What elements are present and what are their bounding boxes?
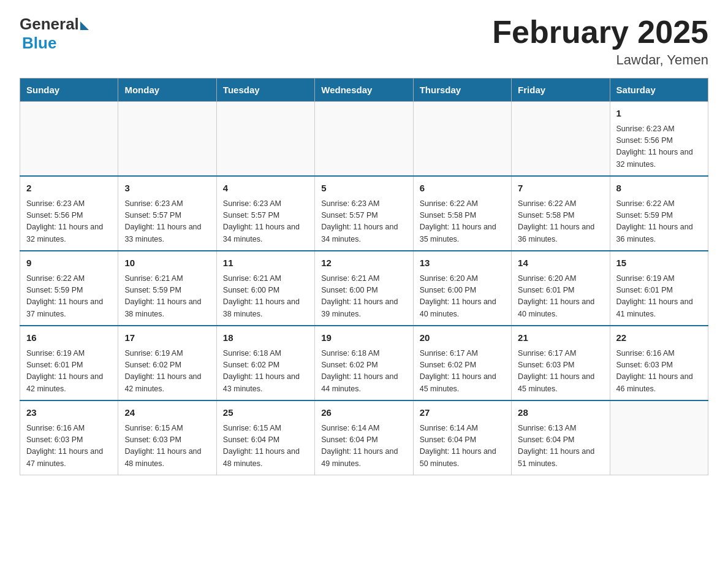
calendar-day-cell: 12Sunrise: 6:21 AM Sunset: 6:00 PM Dayli… — [315, 251, 413, 326]
header-sunday: Sunday — [20, 79, 118, 102]
day-info: Sunrise: 6:23 AM Sunset: 5:56 PM Dayligh… — [616, 123, 702, 171]
day-number: 13 — [420, 256, 505, 270]
day-info: Sunrise: 6:19 AM Sunset: 6:01 PM Dayligh… — [616, 273, 702, 321]
day-number: 8 — [616, 182, 702, 196]
day-info: Sunrise: 6:23 AM Sunset: 5:57 PM Dayligh… — [321, 198, 406, 246]
calendar-day-cell — [610, 400, 708, 475]
day-info: Sunrise: 6:19 AM Sunset: 6:02 PM Dayligh… — [124, 348, 210, 396]
day-info: Sunrise: 6:20 AM Sunset: 6:01 PM Dayligh… — [518, 273, 603, 321]
day-info: Sunrise: 6:23 AM Sunset: 5:56 PM Dayligh… — [26, 198, 112, 246]
calendar-day-cell — [118, 102, 216, 177]
logo-general-text: General — [20, 15, 79, 34]
day-info: Sunrise: 6:18 AM Sunset: 6:02 PM Dayligh… — [321, 348, 406, 396]
calendar-day-cell — [20, 102, 118, 177]
day-info: Sunrise: 6:22 AM Sunset: 5:58 PM Dayligh… — [420, 198, 505, 246]
logo-blue-text: Blue — [22, 34, 56, 53]
calendar-day-cell — [413, 102, 511, 177]
header-tuesday: Tuesday — [216, 79, 314, 102]
calendar-day-cell: 23Sunrise: 6:16 AM Sunset: 6:03 PM Dayli… — [20, 400, 118, 475]
day-number: 22 — [616, 331, 702, 345]
day-number: 9 — [26, 256, 112, 270]
calendar-day-cell: 17Sunrise: 6:19 AM Sunset: 6:02 PM Dayli… — [118, 326, 216, 400]
calendar-day-cell: 11Sunrise: 6:21 AM Sunset: 6:00 PM Dayli… — [216, 251, 314, 326]
day-number: 10 — [124, 256, 210, 270]
day-info: Sunrise: 6:22 AM Sunset: 5:58 PM Dayligh… — [518, 198, 603, 246]
day-info: Sunrise: 6:21 AM Sunset: 6:00 PM Dayligh… — [321, 273, 406, 321]
calendar-week-row: 16Sunrise: 6:19 AM Sunset: 6:01 PM Dayli… — [20, 326, 708, 400]
day-info: Sunrise: 6:22 AM Sunset: 5:59 PM Dayligh… — [616, 198, 702, 246]
day-info: Sunrise: 6:15 AM Sunset: 6:03 PM Dayligh… — [124, 423, 210, 470]
day-info: Sunrise: 6:21 AM Sunset: 5:59 PM Dayligh… — [124, 273, 210, 321]
day-number: 21 — [518, 331, 603, 345]
day-info: Sunrise: 6:22 AM Sunset: 5:59 PM Dayligh… — [26, 273, 112, 321]
day-number: 12 — [321, 256, 406, 270]
day-number: 2 — [26, 182, 112, 196]
calendar-day-cell: 6Sunrise: 6:22 AM Sunset: 5:58 PM Daylig… — [413, 176, 511, 251]
day-number: 1 — [616, 107, 702, 121]
calendar-day-cell: 26Sunrise: 6:14 AM Sunset: 6:04 PM Dayli… — [315, 400, 413, 475]
day-number: 5 — [321, 182, 406, 196]
day-number: 17 — [124, 331, 210, 345]
day-info: Sunrise: 6:17 AM Sunset: 6:02 PM Dayligh… — [420, 348, 505, 396]
calendar-day-cell: 25Sunrise: 6:15 AM Sunset: 6:04 PM Dayli… — [216, 400, 314, 475]
weekday-header-row: Sunday Monday Tuesday Wednesday Thursday… — [20, 79, 708, 102]
month-title: February 2025 — [492, 15, 708, 50]
day-number: 16 — [26, 331, 112, 345]
calendar-day-cell — [216, 102, 314, 177]
day-number: 7 — [518, 182, 603, 196]
day-number: 3 — [124, 182, 210, 196]
calendar-day-cell: 4Sunrise: 6:23 AM Sunset: 5:57 PM Daylig… — [216, 176, 314, 251]
calendar-day-cell: 20Sunrise: 6:17 AM Sunset: 6:02 PM Dayli… — [413, 326, 511, 400]
day-number: 6 — [420, 182, 505, 196]
day-info: Sunrise: 6:15 AM Sunset: 6:04 PM Dayligh… — [223, 423, 308, 470]
calendar-day-cell: 21Sunrise: 6:17 AM Sunset: 6:03 PM Dayli… — [512, 326, 610, 400]
day-number: 14 — [518, 256, 603, 270]
header-thursday: Thursday — [413, 79, 511, 102]
logo: General Blue — [20, 15, 89, 53]
header-friday: Friday — [512, 79, 610, 102]
day-number: 25 — [223, 406, 308, 420]
day-number: 11 — [223, 256, 308, 270]
calendar-day-cell — [512, 102, 610, 177]
calendar-table: Sunday Monday Tuesday Wednesday Thursday… — [20, 78, 708, 475]
calendar-day-cell: 3Sunrise: 6:23 AM Sunset: 5:57 PM Daylig… — [118, 176, 216, 251]
calendar-day-cell: 7Sunrise: 6:22 AM Sunset: 5:58 PM Daylig… — [512, 176, 610, 251]
calendar-day-cell: 13Sunrise: 6:20 AM Sunset: 6:00 PM Dayli… — [413, 251, 511, 326]
calendar-day-cell: 5Sunrise: 6:23 AM Sunset: 5:57 PM Daylig… — [315, 176, 413, 251]
day-number: 4 — [223, 182, 308, 196]
day-info: Sunrise: 6:13 AM Sunset: 6:04 PM Dayligh… — [518, 423, 603, 470]
calendar-day-cell: 8Sunrise: 6:22 AM Sunset: 5:59 PM Daylig… — [610, 176, 708, 251]
day-info: Sunrise: 6:23 AM Sunset: 5:57 PM Dayligh… — [223, 198, 308, 246]
day-info: Sunrise: 6:17 AM Sunset: 6:03 PM Dayligh… — [518, 348, 603, 396]
day-number: 18 — [223, 331, 308, 345]
calendar-day-cell: 2Sunrise: 6:23 AM Sunset: 5:56 PM Daylig… — [20, 176, 118, 251]
day-number: 27 — [420, 406, 505, 420]
calendar-day-cell: 19Sunrise: 6:18 AM Sunset: 6:02 PM Dayli… — [315, 326, 413, 400]
logo-arrow-icon — [80, 21, 89, 30]
page-header: General Blue February 2025 Lawdar, Yemen — [20, 15, 708, 68]
calendar-day-cell: 28Sunrise: 6:13 AM Sunset: 6:04 PM Dayli… — [512, 400, 610, 475]
day-info: Sunrise: 6:21 AM Sunset: 6:00 PM Dayligh… — [223, 273, 308, 321]
title-block: February 2025 Lawdar, Yemen — [492, 15, 708, 68]
calendar-week-row: 23Sunrise: 6:16 AM Sunset: 6:03 PM Dayli… — [20, 400, 708, 475]
calendar-day-cell: 27Sunrise: 6:14 AM Sunset: 6:04 PM Dayli… — [413, 400, 511, 475]
day-number: 23 — [26, 406, 112, 420]
calendar-day-cell: 22Sunrise: 6:16 AM Sunset: 6:03 PM Dayli… — [610, 326, 708, 400]
day-info: Sunrise: 6:23 AM Sunset: 5:57 PM Dayligh… — [124, 198, 210, 246]
header-wednesday: Wednesday — [315, 79, 413, 102]
calendar-day-cell: 16Sunrise: 6:19 AM Sunset: 6:01 PM Dayli… — [20, 326, 118, 400]
day-info: Sunrise: 6:19 AM Sunset: 6:01 PM Dayligh… — [26, 348, 112, 396]
calendar-day-cell: 14Sunrise: 6:20 AM Sunset: 6:01 PM Dayli… — [512, 251, 610, 326]
calendar-week-row: 2Sunrise: 6:23 AM Sunset: 5:56 PM Daylig… — [20, 176, 708, 251]
location-text: Lawdar, Yemen — [492, 52, 708, 68]
calendar-week-row: 1Sunrise: 6:23 AM Sunset: 5:56 PM Daylig… — [20, 102, 708, 177]
calendar-day-cell: 9Sunrise: 6:22 AM Sunset: 5:59 PM Daylig… — [20, 251, 118, 326]
calendar-day-cell: 10Sunrise: 6:21 AM Sunset: 5:59 PM Dayli… — [118, 251, 216, 326]
header-saturday: Saturday — [610, 79, 708, 102]
day-info: Sunrise: 6:18 AM Sunset: 6:02 PM Dayligh… — [223, 348, 308, 396]
calendar-week-row: 9Sunrise: 6:22 AM Sunset: 5:59 PM Daylig… — [20, 251, 708, 326]
day-number: 20 — [420, 331, 505, 345]
day-number: 19 — [321, 331, 406, 345]
calendar-day-cell: 1Sunrise: 6:23 AM Sunset: 5:56 PM Daylig… — [610, 102, 708, 177]
day-info: Sunrise: 6:16 AM Sunset: 6:03 PM Dayligh… — [26, 423, 112, 470]
